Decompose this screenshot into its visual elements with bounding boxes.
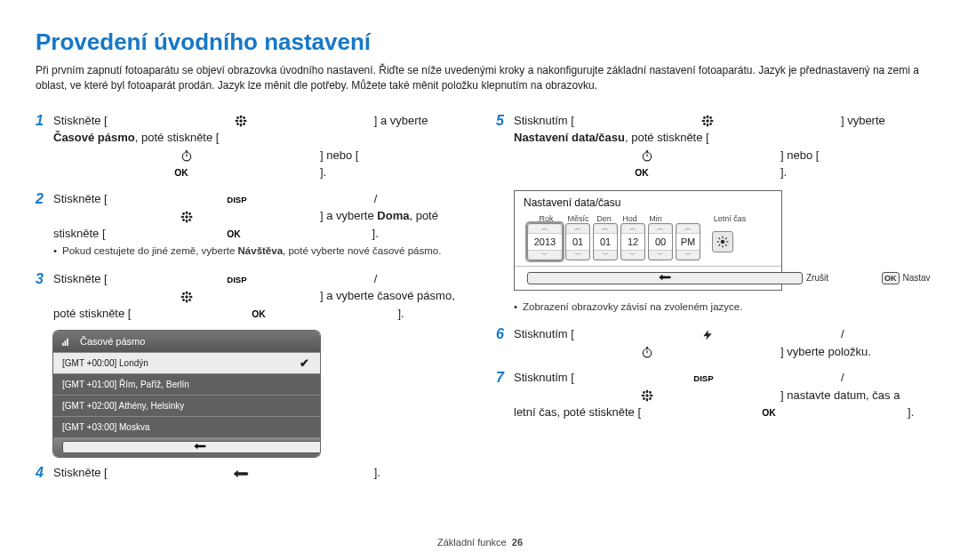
sun-icon	[716, 236, 729, 248]
device-footer: Zpět OKNastav	[53, 437, 320, 457]
tz-row-selected: [GMT +00:00] Londýn	[53, 352, 320, 373]
dt-labels: Rok Měsíc Den Hod Min Letní čas	[515, 214, 781, 223]
cancel-label: Zrušit	[806, 273, 828, 283]
macro-flower-icon	[53, 211, 320, 223]
sub-bullet: Zobrazení obrazovky závisí na zvoleném j…	[514, 300, 924, 315]
macro-flower-icon	[514, 389, 780, 402]
text: ] a vyberte	[374, 114, 428, 127]
device-footer: Zrušit OKNastav	[515, 266, 781, 290]
footer-section: Základní funkce	[437, 537, 507, 548]
text: ].	[372, 227, 379, 240]
timer-icon	[53, 149, 320, 162]
bold-text: Nastavení data/času	[514, 131, 625, 144]
sub-bullet: Pokud cestujete do jiné země, vyberte Ná…	[53, 244, 464, 259]
tz-row: [GMT +01:00] Řím, Paříž, Berlín	[53, 373, 320, 395]
spinner-hour: ︿12﹀	[620, 223, 645, 260]
val: 01	[566, 233, 589, 251]
page-footer: Základní funkce 26	[0, 537, 960, 548]
step-number: 4	[36, 464, 53, 483]
right-column: 5 Stisknutím [] vyberte Nastavení data/č…	[496, 112, 924, 492]
spinner-minute: ︿00﹀	[648, 223, 673, 260]
dt-spinners: ︿2013﹀ ︿01﹀ ︿01﹀ ︿12﹀ ︿00﹀ ︿PM﹀	[515, 223, 781, 266]
text: Stisknutím [	[514, 371, 574, 384]
text: ] vyberte	[841, 114, 885, 127]
label-minute: Min	[643, 214, 668, 223]
val: 2013	[528, 233, 562, 251]
ok-key-icon: OK	[882, 272, 900, 284]
disp-icon	[108, 195, 374, 204]
step-number: 3	[36, 270, 53, 289]
label-dst: Letní čas	[694, 214, 769, 223]
label-day: Den	[591, 214, 617, 223]
flash-icon	[574, 329, 841, 341]
label-year: Rok	[527, 214, 565, 223]
left-column: 1 Stiskněte [] a vyberte Časové pásmo, p…	[36, 112, 464, 492]
back-key-icon	[62, 441, 320, 453]
text: , poté vyberte nové časové pásmo.	[283, 245, 441, 256]
step-4: 4 Stiskněte [].	[36, 464, 464, 483]
disp-icon	[108, 275, 374, 284]
ok-icon	[131, 309, 397, 319]
text: Stisknutím [	[514, 327, 574, 340]
tz-row: [GMT +02:00] Athény, Helsinky	[53, 395, 320, 416]
bars-icon	[62, 337, 71, 346]
step-5-sub: Zobrazení obrazovky závisí na zvoleném j…	[496, 298, 924, 316]
step-5: 5 Stisknutím [] vyberte Nastavení data/č…	[496, 112, 924, 181]
disp-icon	[574, 373, 841, 383]
text: Stisknutím [	[514, 114, 574, 127]
step-7: 7 Stisknutím [/] nastavte datum, čas a l…	[496, 369, 924, 421]
ok-icon	[514, 168, 780, 178]
step-3: 3 Stiskněte [/] a vyberte časové pásmo, …	[36, 270, 464, 323]
spinner-ampm: ︿PM﹀	[676, 223, 700, 260]
text: Stiskněte [	[53, 192, 108, 205]
step-2: 2 Stiskněte [/] a vyberte Doma, poté sti…	[36, 190, 464, 261]
text: ].	[374, 466, 380, 479]
ok-icon	[641, 408, 908, 418]
macro-flower-icon	[108, 115, 374, 127]
step-number: 2	[36, 190, 53, 209]
set-label: Nastav	[903, 273, 931, 283]
step-number: 7	[496, 369, 514, 388]
device-title: Nastavení data/času	[515, 191, 781, 214]
timezone-device-screenshot: Časové pásmo [GMT +00:00] Londýn [GMT +0…	[53, 331, 320, 457]
step-1: 1 Stiskněte [] a vyberte Časové pásmo, p…	[36, 112, 464, 181]
footer-page-number: 26	[512, 537, 523, 548]
val: 00	[649, 233, 672, 251]
back-key-icon	[527, 272, 803, 284]
spinner-year: ︿2013﹀	[527, 223, 563, 260]
text: ].	[908, 405, 914, 419]
text: Pokud cestujete do jiné země, vyberte	[62, 245, 238, 256]
text: ] vyberte položku.	[780, 345, 871, 358]
page-title: Provedení úvodního nastavení	[36, 28, 924, 56]
timer-icon	[514, 346, 780, 358]
spinner-day: ︿01﹀	[593, 223, 618, 260]
ok-icon	[106, 229, 372, 239]
bold-text: Návštěva	[238, 245, 284, 256]
text: ] a vyberte	[320, 209, 377, 222]
text: ].	[397, 307, 404, 320]
val: PM	[676, 233, 700, 251]
timer-icon	[514, 149, 780, 162]
text: , poté stiskněte [	[135, 131, 220, 144]
val: 12	[621, 233, 644, 251]
back-icon	[108, 469, 374, 478]
device-title: Časové pásmo	[80, 336, 145, 347]
step-6: 6 Stisknutím [/] vyberte položku.	[496, 325, 924, 360]
step-number: 1	[36, 112, 53, 131]
text: , poté stiskněte [	[625, 131, 709, 144]
text: Stiskněte [	[53, 272, 108, 285]
text: ] nebo [	[320, 148, 358, 162]
text: ].	[780, 165, 787, 179]
macro-flower-icon	[53, 291, 320, 303]
ok-icon	[53, 168, 320, 178]
step-number: 6	[496, 325, 514, 344]
macro-flower-icon	[574, 115, 841, 127]
device-header: Časové pásmo	[53, 331, 320, 352]
spinner-month: ︿01﹀	[565, 223, 590, 260]
lead-paragraph: Při prvním zapnutí fotoaparátu se objeví…	[36, 63, 924, 94]
dst-toggle	[712, 231, 733, 252]
label-ampm	[668, 214, 694, 223]
step-number: 5	[496, 112, 514, 131]
text: Stiskněte [	[53, 114, 108, 127]
datetime-device-screenshot: Nastavení data/času Rok Měsíc Den Hod Mi…	[514, 190, 782, 291]
